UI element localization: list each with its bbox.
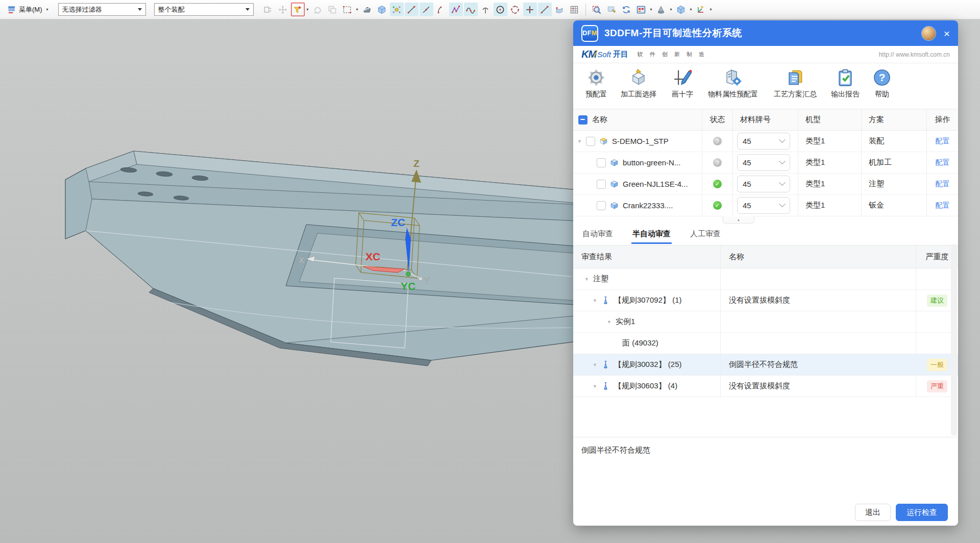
block-icon[interactable]: [375, 3, 389, 16]
result-row[interactable]: ▼ 【规则30603】 (4) 没有设置拔模斜度 严重: [573, 376, 958, 397]
sheet-body-icon[interactable]: [553, 3, 567, 16]
orient-view-caret-icon[interactable]: ▾: [710, 7, 712, 12]
render-style-icon[interactable]: [654, 3, 668, 16]
material-select[interactable]: 45: [737, 133, 790, 150]
configure-link[interactable]: 配置: [936, 158, 950, 167]
result-row[interactable]: ▼ 实例1: [573, 311, 958, 333]
expand-caret-icon[interactable]: ▼: [607, 319, 611, 325]
collapse-handle[interactable]: ▲: [723, 216, 754, 224]
selection-filter-icon[interactable]: [291, 3, 305, 16]
material-attr-preconfig-button[interactable]: 物料属性预配置: [700, 68, 766, 99]
reposition-component-icon[interactable]: [311, 3, 325, 16]
point-set-icon[interactable]: [390, 3, 404, 16]
x-axis-label: X: [299, 256, 304, 265]
selection-scope-select[interactable]: 整个装配: [154, 3, 254, 16]
table-row[interactable]: ▼ S-DEMO-1_STP ? 45 类型1 装配 配置: [573, 131, 958, 152]
row-checkbox[interactable]: [597, 201, 606, 210]
results-scrollbar[interactable]: [951, 244, 957, 436]
result-row[interactable]: ▼ 【规则307092】 (1) 没有设置拔模斜度 建议: [573, 290, 958, 311]
extrude-icon[interactable]: [360, 3, 374, 16]
fit-curve-icon[interactable]: [464, 3, 478, 16]
rule-description: 倒圆半径不符合规范: [721, 354, 916, 375]
orient-view-icon[interactable]: [694, 3, 708, 16]
assembly-constraints-icon[interactable]: [261, 3, 275, 16]
xc-axis-label: XC: [365, 251, 380, 262]
move-component-icon[interactable]: [276, 3, 290, 16]
panel-title: 3DDFM-开目可制造性分析系统: [604, 27, 742, 40]
result-row[interactable]: 面 (49032): [573, 333, 958, 354]
part-name: Green-NJL1SE-4...: [623, 180, 688, 188]
refresh-icon[interactable]: [620, 3, 633, 16]
menu-button[interactable]: 菜单(M) ▾: [4, 5, 53, 14]
expand-caret-icon[interactable]: ▼: [593, 298, 597, 303]
rule-label: 【规则307092】 (1): [614, 295, 682, 305]
table-row[interactable]: Green-NJL1SE-4... ✓ 45 类型1 注塑 配置: [573, 174, 958, 195]
render-style-caret-icon[interactable]: ▾: [670, 7, 672, 12]
kmsoft-logo-soft: Soft: [597, 50, 611, 59]
pan-view-icon[interactable]: [605, 3, 619, 16]
origin-handle[interactable]: [406, 272, 411, 277]
expand-caret-icon[interactable]: ▼: [584, 277, 589, 282]
circle-points-icon[interactable]: [508, 3, 522, 16]
expand-caret-icon[interactable]: ▼: [593, 362, 597, 367]
rect-select-caret-icon[interactable]: ▾: [356, 7, 358, 12]
expand-caret-icon[interactable]: ▼: [577, 139, 582, 144]
col-machine: 机型: [798, 109, 862, 130]
table-row[interactable]: button-green-N... ? 45 类型1 机加工 配置: [573, 152, 958, 174]
expand-caret-icon[interactable]: ▼: [593, 384, 597, 389]
results-table-header: 审查结果 名称 严重度: [573, 245, 958, 268]
view-cube-icon[interactable]: [674, 3, 688, 16]
bridge-curve-icon[interactable]: [434, 3, 448, 16]
line-point-icon[interactable]: [420, 3, 433, 16]
select-all-checkbox[interactable]: [578, 115, 587, 125]
brand-url: http:// www.kmsoft.com.cn: [879, 51, 950, 58]
machine-type: 类型1: [798, 195, 862, 216]
tab-auto-review[interactable]: 自动审查: [581, 225, 614, 244]
result-row-selected[interactable]: ▼ 【规则30032】 (25) 倒圆半径不符合规范 一般: [573, 354, 958, 376]
pattern-component-icon[interactable]: [326, 3, 339, 16]
tab-manual-review[interactable]: 人工审查: [689, 225, 722, 244]
window-layout-icon[interactable]: [634, 3, 648, 16]
row-checkbox[interactable]: [597, 158, 606, 167]
associative-line-icon[interactable]: [538, 3, 552, 16]
result-row[interactable]: ▼ 注塑: [573, 268, 958, 290]
parts-table-header: 名称 状态 材料牌号 机型 方案 操作: [573, 109, 958, 131]
point-icon[interactable]: [523, 3, 537, 16]
help-button[interactable]: 帮助: [849, 68, 915, 99]
part-icon: [610, 180, 619, 188]
row-checkbox[interactable]: [597, 180, 606, 189]
chevron-down-icon: [779, 158, 786, 164]
configure-link[interactable]: 配置: [936, 137, 950, 146]
tab-semi-auto-review[interactable]: 半自动审查: [631, 225, 672, 244]
line-icon[interactable]: [405, 3, 419, 16]
zoom-region-icon[interactable]: [590, 3, 604, 16]
perpendicular-line-icon[interactable]: [479, 3, 493, 16]
close-icon[interactable]: ×: [944, 28, 950, 39]
selection-scope-value: 整个装配: [158, 5, 185, 14]
material-select[interactable]: 45: [737, 154, 790, 171]
datum-grid-icon[interactable]: [568, 3, 581, 16]
yc-axis-label: YC: [401, 280, 415, 292]
panel-titlebar[interactable]: DFM 3DDFM-开目可制造性分析系统 ×: [573, 20, 958, 46]
exit-button[interactable]: 退出: [855, 504, 891, 521]
rule-description: 没有设置拔模斜度: [721, 376, 916, 397]
configure-link[interactable]: 配置: [936, 201, 950, 210]
material-select[interactable]: 45: [737, 197, 790, 214]
circle-icon[interactable]: [494, 3, 507, 16]
material-select[interactable]: 45: [737, 176, 790, 192]
run-check-button[interactable]: 运行检查: [896, 504, 948, 521]
severity-badge: 建议: [927, 294, 947, 307]
rect-select-icon[interactable]: [340, 3, 354, 16]
configure-link[interactable]: 配置: [936, 180, 950, 189]
selection-filter-select[interactable]: 无选择过滤器: [58, 3, 146, 16]
cad-toolbar: 菜单(M) ▾ 无选择过滤器 整个装配 ▾ ▾: [0, 0, 980, 19]
filter-caret-icon[interactable]: ▾: [307, 7, 309, 12]
row-checkbox[interactable]: [586, 137, 595, 146]
table-row[interactable]: Crank22333.... ✓ 45 类型1 钣金 配置: [573, 195, 958, 216]
view-cube-caret-icon[interactable]: ▾: [690, 7, 692, 12]
studio-spline-icon[interactable]: [449, 3, 463, 16]
user-avatar[interactable]: [922, 27, 936, 40]
window-layout-caret-icon[interactable]: ▾: [650, 7, 652, 12]
col-operation: 操作: [927, 109, 958, 130]
pencil-cross-icon: [673, 68, 692, 87]
